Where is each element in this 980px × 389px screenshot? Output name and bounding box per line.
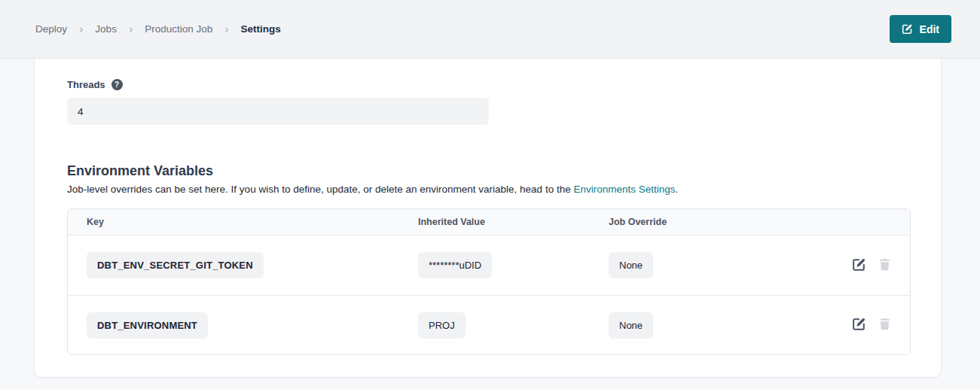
environment-variables-table: Key Inherited Value Job Override DBT_ENV… xyxy=(67,208,911,355)
delete-variable-button xyxy=(878,317,892,333)
trash-icon xyxy=(878,317,892,333)
column-header-key: Key xyxy=(68,217,399,227)
chevron-right-icon: › xyxy=(224,23,228,35)
edit-variable-button[interactable] xyxy=(852,257,866,274)
env-var-inherited-value: PROJ xyxy=(418,312,466,339)
breadcrumb-item-production-job[interactable]: Production Job xyxy=(145,23,212,35)
description-period: . xyxy=(676,184,679,195)
table-row: DBT_ENV_SECRET_GIT_TOKEN ********uDID No… xyxy=(68,236,910,295)
edit-button-label: Edit xyxy=(920,23,939,35)
env-var-job-override: None xyxy=(609,312,653,339)
edit-pencil-icon xyxy=(852,317,866,333)
environment-variables-title: Environment Variables xyxy=(67,163,909,179)
threads-field: Threads ? xyxy=(67,79,909,125)
topbar: Deploy › Jobs › Production Job › Setting… xyxy=(0,0,980,59)
edit-pencil-icon xyxy=(902,23,913,35)
delete-variable-button xyxy=(878,257,892,274)
environment-variables-section: Environment Variables Job-level override… xyxy=(67,163,909,355)
breadcrumb-item-jobs[interactable]: Jobs xyxy=(95,23,117,35)
env-var-job-override: None xyxy=(609,252,653,278)
edit-button[interactable]: Edit xyxy=(890,15,951,43)
column-header-inherited-value: Inherited Value xyxy=(399,217,590,227)
threads-input xyxy=(67,98,489,125)
description-text: Job-level overrides can be set here. If … xyxy=(67,184,573,195)
breadcrumb-item-deploy[interactable]: Deploy xyxy=(35,23,67,35)
chevron-right-icon: › xyxy=(79,23,83,35)
edit-pencil-icon xyxy=(852,257,866,274)
help-icon[interactable]: ? xyxy=(111,79,123,90)
table-header-row: Key Inherited Value Job Override xyxy=(68,209,910,236)
env-var-key: DBT_ENVIRONMENT xyxy=(87,312,208,339)
job-settings-card: Threads ? Environment Variables Job-leve… xyxy=(34,59,942,378)
column-header-job-override: Job Override xyxy=(590,217,740,227)
edit-variable-button[interactable] xyxy=(852,317,866,333)
breadcrumb-item-settings: Settings xyxy=(241,23,281,35)
trash-icon xyxy=(878,257,892,274)
environments-settings-link[interactable]: Environments Settings xyxy=(573,184,675,195)
env-var-inherited-value: ********uDID xyxy=(418,252,492,278)
environment-variables-description: Job-level overrides can be set here. If … xyxy=(67,184,909,195)
threads-label: Threads xyxy=(67,79,105,90)
table-row: DBT_ENVIRONMENT PROJ None xyxy=(68,295,910,354)
chevron-right-icon: › xyxy=(129,23,133,35)
env-var-key: DBT_ENV_SECRET_GIT_TOKEN xyxy=(87,252,264,278)
breadcrumb: Deploy › Jobs › Production Job › Setting… xyxy=(35,23,281,35)
